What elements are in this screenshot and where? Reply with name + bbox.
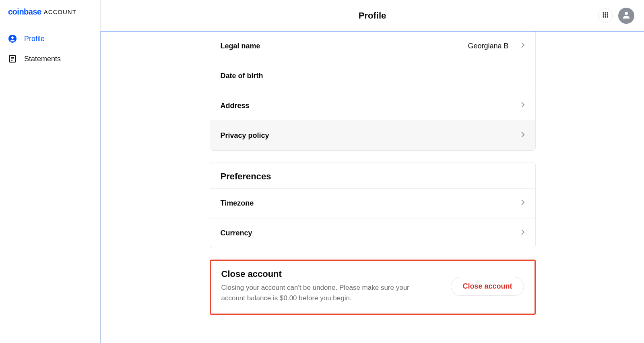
section-preferences: Preferences Timezone Currency (210, 162, 536, 248)
row-value: Georgiana B (468, 42, 508, 50)
brand-name: coinbase (8, 7, 41, 17)
row-label: Date of birth (221, 72, 263, 80)
sidebar-item-label: Statements (24, 55, 61, 63)
svg-point-12 (603, 16, 604, 17)
page-title: Profile (359, 10, 386, 21)
svg-point-15 (625, 12, 628, 15)
row-currency[interactable]: Currency (210, 218, 535, 248)
row-label: Legal name (221, 42, 260, 50)
apps-grid-button[interactable] (598, 8, 613, 23)
person-icon (621, 10, 631, 21)
svg-point-1 (11, 36, 14, 39)
chevron-right-icon (521, 229, 525, 237)
chevron-right-icon (521, 199, 525, 208)
apps-grid-icon (602, 12, 609, 20)
close-account-button[interactable]: Close account (451, 277, 524, 296)
svg-point-8 (607, 12, 608, 13)
brand-sub: ACCOUNT (44, 8, 76, 15)
person-circle-icon (8, 34, 17, 43)
row-timezone[interactable]: Timezone (210, 188, 535, 218)
sidebar: coinbase ACCOUNT Profile Statements (0, 0, 101, 343)
sidebar-item-profile[interactable]: Profile (0, 29, 100, 49)
row-date-of-birth[interactable]: Date of birth (210, 61, 535, 91)
svg-point-7 (605, 12, 606, 13)
sidebar-item-statements[interactable]: Statements (0, 49, 100, 69)
row-label: Privacy policy (221, 131, 269, 140)
row-privacy-policy[interactable]: Privacy policy (210, 121, 535, 150)
document-icon (8, 54, 17, 63)
row-label: Currency (221, 229, 252, 237)
brand-logo[interactable]: coinbase ACCOUNT (0, 7, 100, 29)
svg-point-9 (603, 14, 604, 15)
svg-point-13 (605, 16, 606, 17)
row-address[interactable]: Address (210, 91, 535, 121)
section-personal: Legal name Georgiana B Date of birth (210, 31, 536, 151)
row-legal-name[interactable]: Legal name Georgiana B (210, 31, 535, 61)
row-label: Address (221, 102, 250, 110)
svg-point-6 (603, 12, 604, 13)
chevron-right-icon (521, 102, 525, 110)
section-close-account: Close account Closing your account can't… (210, 260, 536, 315)
svg-point-14 (607, 16, 608, 17)
topbar: Profile (101, 0, 644, 31)
svg-point-11 (607, 14, 608, 15)
chevron-right-icon (521, 131, 525, 140)
close-account-description: Closing your account can't be undone. Pl… (221, 283, 431, 304)
close-account-title: Close account (221, 269, 442, 279)
main-content: Legal name Georgiana B Date of birth (101, 31, 644, 343)
svg-point-10 (605, 14, 606, 15)
section-title: Preferences (221, 171, 525, 182)
chevron-right-icon (521, 42, 525, 50)
sidebar-item-label: Profile (24, 35, 45, 43)
row-label: Timezone (221, 199, 254, 208)
section-header: Preferences (210, 162, 535, 188)
user-avatar[interactable] (618, 8, 634, 24)
